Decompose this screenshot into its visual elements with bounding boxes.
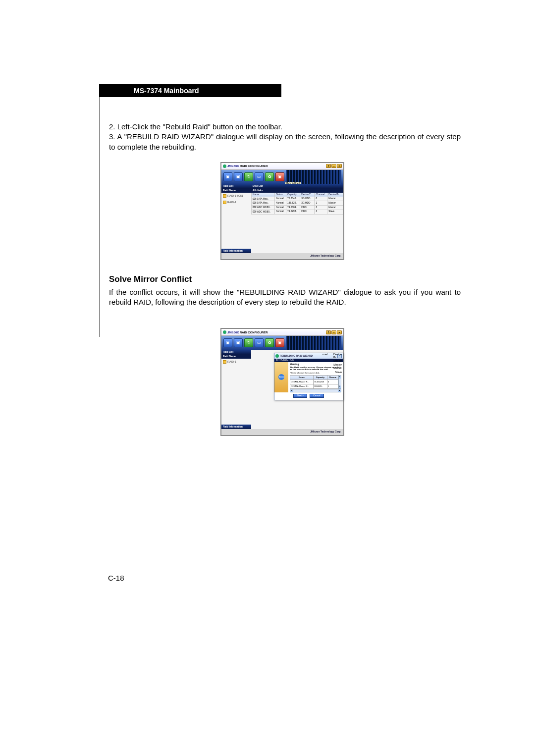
- section-heading: Solve Mirror Conflict: [109, 274, 461, 285]
- toolbar: ▣ ▣ ↻ ▭ ✿ ▣ RebuildRaid: [221, 170, 343, 184]
- raid-list-header: Raid List: [221, 184, 251, 188]
- raid-item-2[interactable]: RAID-1: [221, 199, 251, 206]
- help-button[interactable]: ?: [326, 164, 331, 168]
- bg-row: Master: [322, 366, 343, 370]
- toolbar: ▣ ▣ ↻ ▭ ✿ ▣: [221, 336, 343, 350]
- app-logo-icon: [223, 164, 226, 168]
- disk-table: Name Status Capacity Device T.. Channel …: [251, 193, 343, 215]
- tool-refresh-icon[interactable]: ↻: [244, 172, 253, 181]
- page-content: MS-7374 Mainboard 2. Left-Click the "Reb…: [99, 84, 466, 436]
- raid-icon: [223, 360, 226, 364]
- help-button[interactable]: ?: [326, 330, 331, 334]
- wizard-logo-icon: [275, 354, 279, 358]
- app-logo-icon: [223, 330, 226, 334]
- tool-refresh-icon[interactable]: ↻: [244, 338, 253, 347]
- tool-disk-icon[interactable]: ▣: [234, 172, 243, 181]
- raid-icon: [223, 201, 226, 204]
- raid-item-2[interactable]: RAID-1: [221, 359, 251, 365]
- tool-settings-icon[interactable]: ✿: [265, 172, 274, 181]
- hscrollbar[interactable]: ◀ ▶: [290, 389, 341, 392]
- main-panes: Raid List Raid Name RAID-1 Raid Informat…: [221, 350, 343, 429]
- cancel-button[interactable]: Cancel: [310, 394, 323, 398]
- scroll-left-icon[interactable]: ◀: [290, 389, 293, 392]
- disk-header-row: Name Status Capacity Device T.. Channel …: [252, 193, 343, 197]
- app-footer: JMicron Technology Corp.: [221, 253, 343, 259]
- raid-list-pane: Raid List Raid Name RAID-1 Raid Informat…: [221, 350, 251, 429]
- raid-list-header: Raid List: [221, 350, 251, 354]
- raid-icon: [223, 194, 226, 198]
- chapter-header: MS-7374 Mainboard: [99, 84, 281, 97]
- raid-name-col: Raid Name: [221, 188, 251, 193]
- vscrollbar[interactable]: ▲ ▼: [338, 375, 341, 389]
- step-3: 3. A "REBUILD RAID WIZARD" dialogue will…: [109, 132, 461, 152]
- close-button[interactable]: ×: [337, 330, 342, 334]
- toolbar-decor: [286, 336, 341, 350]
- tool-create-icon[interactable]: ▣: [223, 338, 232, 347]
- col-device-type[interactable]: Device T..: [300, 193, 315, 197]
- table-row[interactable]: WDC WD80..Normal74.5293..HDD3Slave: [252, 210, 343, 214]
- raid-name-col: Raid Name: [221, 354, 251, 359]
- disk-list-pane: REBUILDING RAID WIZARD × INTRODUCTION ⟸ …: [251, 350, 343, 429]
- solve-mirror-section: Solve Mirror Conflict If the conflict oc…: [109, 274, 461, 307]
- scroll-right-icon[interactable]: ▶: [338, 389, 341, 392]
- bg-row: Master: [322, 359, 343, 363]
- bg-row: Master: [322, 363, 343, 367]
- next-button[interactable]: Next >: [293, 394, 307, 398]
- checkbox[interactable]: ☐: [291, 380, 293, 383]
- col-capacity[interactable]: Capacity: [286, 193, 300, 197]
- source-disk-table: Name Capacity Channe ☐ SATA Master R..76…: [290, 375, 338, 389]
- tool-disk-icon[interactable]: ▣: [234, 338, 243, 347]
- disk-list-pane: Disk List All disks Name Status Capacity…: [251, 184, 343, 253]
- col-channel[interactable]: Channel: [315, 193, 327, 197]
- back-arrow-icon[interactable]: ⟸: [278, 374, 284, 380]
- tool-create-icon[interactable]: ▣: [223, 172, 232, 181]
- tool-drive-icon[interactable]: ▭: [255, 338, 264, 347]
- background-columns: nnel Device Pr.. Master Master Master Sl…: [321, 350, 343, 374]
- raid-info-header: Raid Information: [221, 249, 251, 253]
- wizard-title-text: REBUILDING RAID WIZARD: [280, 355, 313, 357]
- table-row[interactable]: WDC WD80..Normal74.5304..HDD3Master: [252, 206, 343, 210]
- step-2: 2. Left-Click the "Rebuild Raid" button …: [109, 122, 461, 132]
- raid-item-1[interactable]: RAID-1-0051: [221, 193, 251, 199]
- bg-rows: Master Master Master Slave: [321, 359, 343, 374]
- disk-list-header: Disk List: [251, 184, 343, 188]
- src-col-name[interactable]: Name: [290, 375, 314, 379]
- app-title: JMB36X RAID CONFIGURER: [227, 164, 268, 167]
- col-status[interactable]: Status: [275, 193, 286, 197]
- table-row[interactable]: SATA Max..Normal186.822..3G HDD1Master: [252, 201, 343, 206]
- src-col-channel[interactable]: Channe: [327, 375, 338, 379]
- scroll-down-icon[interactable]: ▼: [339, 385, 341, 388]
- minimize-button[interactable]: –: [331, 330, 336, 334]
- tool-rebuild-icon[interactable]: ▣: [275, 172, 284, 181]
- raid-list-pane: Raid List Raid Name RAID-1-0051 RAID-1 R…: [221, 184, 251, 253]
- screenshot-wizard: JMB36X RAID CONFIGURER ? – × ▣ ▣ ↻ ▭ ✿ ▣…: [220, 328, 344, 436]
- src-row[interactable]: ☐ SATA Master R..103.820..1: [290, 384, 338, 388]
- disk-icon: [253, 211, 256, 213]
- src-col-capacity[interactable]: Capacity: [314, 375, 327, 379]
- col-priority[interactable]: Device Pr..: [327, 193, 343, 197]
- src-header-row: Name Capacity Channe: [290, 375, 338, 379]
- wizard-sidebar: ⟸: [274, 362, 288, 392]
- tool-drive-icon[interactable]: ▭: [255, 172, 264, 181]
- tool-rebuild-icon[interactable]: ▣: [275, 338, 284, 347]
- close-button[interactable]: ×: [337, 164, 342, 168]
- tool-settings-icon[interactable]: ✿: [265, 338, 274, 347]
- app-titlebar: JMB36X RAID CONFIGURER ? – ×: [221, 329, 343, 336]
- src-row[interactable]: ☐ SATA Master R..76.3342680: [290, 379, 338, 384]
- app-footer: JMicron Technology Corp.: [221, 429, 343, 435]
- minimize-button[interactable]: –: [331, 164, 336, 168]
- bg-row: Slave: [322, 370, 343, 374]
- checkbox[interactable]: ☐: [291, 385, 293, 387]
- app-title: JMB36X RAID CONFIGURER: [227, 331, 268, 334]
- solve-text: If the conflict occurs, it will show the…: [109, 287, 461, 308]
- disk-icon: [253, 202, 256, 204]
- disk-icon: [253, 206, 256, 208]
- bg-col-priority: Device Pr..: [332, 353, 343, 359]
- chapter-title: MS-7374 Mainboard: [134, 87, 199, 95]
- screenshot-rebuild-raid: JMB36X RAID CONFIGURER ? – × ▣ ▣ ↻ ▭ ✿ ▣…: [220, 162, 344, 260]
- instruction-steps: 2. Left-Click the "Rebuild Raid" button …: [109, 122, 461, 152]
- table-row[interactable]: SATA Max..Normal76.3342..3G HDD0Master: [252, 197, 343, 201]
- col-name[interactable]: Name: [252, 193, 275, 197]
- bg-col-channel: nnel: [321, 353, 332, 359]
- disk-list-sub: All disks: [251, 188, 343, 193]
